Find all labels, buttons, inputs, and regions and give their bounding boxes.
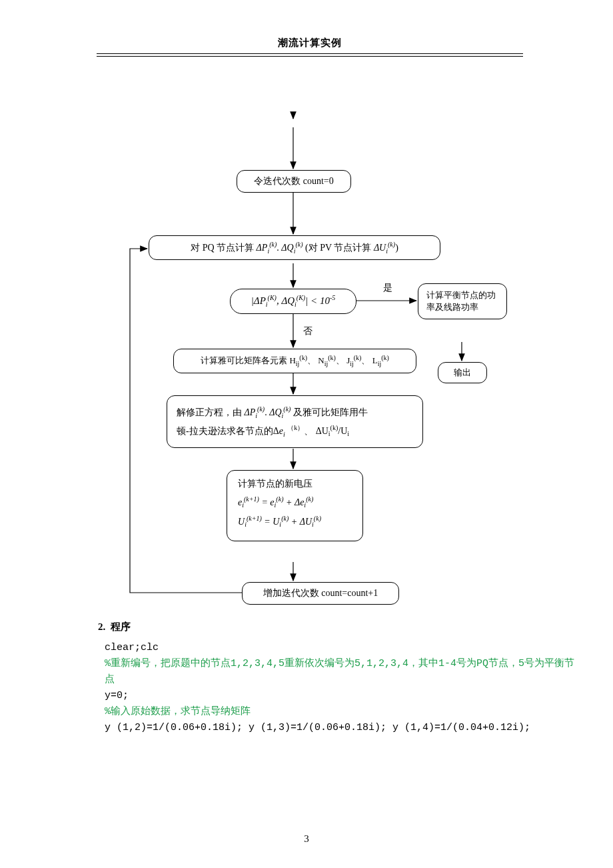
label-no: 否 <box>303 325 312 337</box>
flow-jacobian: 计算雅可比矩阵各元素 Hij(k)、 Nij(k)、 Jij(k)、 Lij(k… <box>173 349 416 373</box>
eq-U-update: Ui(k+1) = Ui(k) + ΔUi(k) <box>238 514 352 529</box>
deltaU: ΔUi(k) <box>374 243 395 253</box>
eq-e-update: ei(k+1) = ei(k) + Δei(k) <box>238 495 352 510</box>
deltaQ: ΔQi(k) <box>281 243 303 253</box>
flow-balance-power: 计算平衡节点的功率及线路功率 <box>418 283 507 319</box>
program-section: 2. 程序 clear;clc %重新编号，把原题中的节点1,2,3,4,5重新… <box>97 621 523 736</box>
code-line: y=0; <box>105 690 129 701</box>
text-part: 及雅可比矩阵用牛 <box>293 407 368 417</box>
code-line: y (1,2)=1/(0.06+0.18i); y (1,3)=1/(0.06+… <box>105 722 530 733</box>
code-comment: %重新编号，把原题中的节点1,2,3,4,5重新依次编号为5,1,2,3,4，其… <box>105 658 574 685</box>
flowchart: 令迭代次数 count=0 对 PQ 节点计算 ΔPi(k). ΔQi(k) (… <box>97 75 523 615</box>
text-part: 对 PQ 节点计算 <box>191 243 256 253</box>
code-block: clear;clc %重新编号，把原题中的节点1,2,3,4,5重新依次编号为5… <box>105 640 576 736</box>
deltaP: ΔPi(k) <box>257 243 277 253</box>
text-part: 顿-拉夫逊法求各节点的Δ <box>177 426 279 436</box>
header-rule <box>97 53 523 57</box>
text-part: (对 PV 节点计算 <box>305 243 374 253</box>
flow-correction-eq: 解修正方程，由 ΔPi(k). ΔQi(k) 及雅可比矩阵用牛 顿-拉夫逊法求各… <box>167 395 423 448</box>
flow-increment-count: 增加迭代次数 count=count+1 <box>242 582 399 605</box>
flow-init-count: 令迭代次数 count=0 <box>237 170 351 193</box>
code-comment: %输入原始数据，求节点导纳矩阵 <box>105 706 251 717</box>
text-part: 计算节点的新电压 <box>238 477 352 491</box>
text-part: 计算雅可比矩阵各元素 H <box>201 355 296 365</box>
flow-compute-pq: 对 PQ 节点计算 ΔPi(k). ΔQi(k) (对 PV 节点计算 ΔUi(… <box>149 235 440 260</box>
flow-output: 输出 <box>438 362 487 383</box>
code-line: clear;clc <box>105 642 159 653</box>
flow-decision-tolerance: |ΔPi(K), ΔQi(K)| < 10-5 <box>230 289 356 314</box>
page-number: 3 <box>0 833 613 845</box>
text-part: 解修正方程，由 <box>177 407 245 417</box>
page-header-title: 潮流计算实例 <box>97 37 523 49</box>
label-yes: 是 <box>383 282 392 294</box>
section-heading: 2. 程序 <box>98 621 523 633</box>
flow-new-voltage: 计算节点的新电压 ei(k+1) = ei(k) + Δei(k) Ui(k+1… <box>227 470 363 541</box>
